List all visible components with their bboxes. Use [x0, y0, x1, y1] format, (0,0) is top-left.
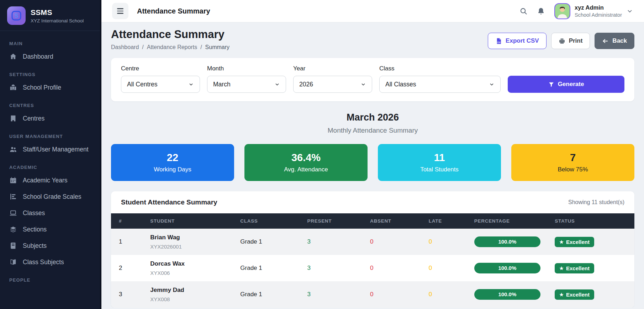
star-icon: ★ [559, 239, 564, 245]
cell-status: ★Excellent [555, 281, 634, 308]
cell-num: 1 [111, 229, 150, 255]
sidebar-item-academic-years[interactable]: Academic Years [0, 172, 100, 188]
breadcrumb-dashboard[interactable]: Dashboard [111, 44, 139, 50]
present-count: 3 [307, 291, 311, 298]
notifications-bell-icon[interactable] [537, 7, 545, 15]
chevron-down-icon [274, 81, 280, 87]
brand[interactable]: S SSMS XYZ International School [0, 0, 100, 31]
sidebar-section-label-centres: CENTRES [0, 96, 100, 110]
cell-absent: 0 [370, 281, 429, 308]
cell-percentage: 100.0% [474, 281, 555, 308]
sidebar-item-centres[interactable]: Centres [0, 110, 100, 127]
star-icon: ★ [559, 292, 564, 297]
row-number: 1 [119, 238, 122, 245]
stat-card-working-days: 22Working Days [111, 144, 234, 181]
year-label: Year [293, 65, 372, 72]
class-select-value: All Classes [385, 81, 416, 88]
column-header-class: CLASS [240, 213, 307, 229]
sidebar-item-class-subjects[interactable]: Class Subjects [0, 254, 100, 270]
stat-card-below-75: 7Below 75% [511, 144, 634, 181]
cell-late: 0 [429, 281, 474, 308]
class-select[interactable]: All Classes [379, 76, 501, 93]
export-csv-button[interactable]: CSV Export CSV [488, 33, 547, 49]
export-csv-label: Export CSV [506, 37, 539, 44]
user-name: xyz Admin [575, 4, 622, 11]
back-label: Back [612, 37, 627, 44]
sidebar-item-subjects[interactable]: Subjects [0, 238, 100, 254]
print-button[interactable]: Print [551, 33, 590, 49]
user-menu[interactable]: xyz Admin School Administrator [554, 3, 633, 19]
menu-toggle-button[interactable] [112, 3, 128, 19]
stat-label: Working Days [154, 166, 191, 173]
sidebar-item-school-profile[interactable]: School Profile [0, 79, 100, 96]
cell-class: Grade 1 [240, 255, 307, 281]
grade-scale-icon [9, 193, 17, 201]
stat-value: 22 [167, 152, 178, 164]
sidebar-item-dashboard[interactable]: Dashboard [0, 48, 100, 65]
cell-present: 3 [307, 255, 370, 281]
back-button[interactable]: Back [595, 33, 634, 49]
table-row: 2Dorcas WaxXYX006Grade 1300100.0%★Excell… [111, 255, 634, 281]
status-badge: ★Excellent [555, 289, 594, 300]
centre-label: Centre [121, 65, 200, 72]
page-title: Attendance Summary [111, 28, 229, 41]
users-icon [9, 145, 17, 153]
breadcrumb-attendance-reports[interactable]: Attendance Reports [147, 44, 197, 50]
cell-student: Dorcas WaxXYX006 [150, 255, 240, 281]
sidebar-item-staff-user-management[interactable]: Staff/User Management [0, 141, 100, 158]
search-icon[interactable] [519, 7, 528, 15]
print-label: Print [569, 37, 583, 44]
chevron-down-icon[interactable] [626, 7, 633, 15]
sidebar-item-label: Classes [23, 209, 45, 217]
centre-select-value: All Centres [127, 81, 158, 88]
sidebar-item-label: School Profile [23, 84, 61, 91]
chevron-down-icon [489, 81, 495, 87]
table-count: Showing 11 student(s) [568, 199, 624, 206]
chevron-down-icon [360, 81, 366, 87]
sidebar-item-label: Subjects [23, 242, 47, 250]
topbar-title: Attendance Summary [137, 7, 210, 15]
open-book-icon [9, 258, 17, 266]
student-name: Dorcas Wax [150, 260, 237, 267]
cell-class: Grade 1 [240, 229, 307, 255]
arrow-left-icon [602, 38, 609, 44]
sidebar-item-sections[interactable]: Sections [0, 221, 100, 238]
home-icon [9, 53, 17, 60]
summary-subheading: Monthly Attendance Summary [111, 127, 634, 134]
cell-absent: 0 [370, 229, 429, 255]
star-icon: ★ [559, 266, 564, 271]
row-number: 3 [119, 291, 122, 298]
cell-status: ★Excellent [555, 255, 634, 281]
column-header-student: STUDENT [150, 213, 240, 229]
breadcrumb: Dashboard / Attendance Reports / Summary [111, 44, 229, 50]
table-title: Student Attendance Summary [121, 198, 217, 206]
csv-file-icon: CSV [495, 38, 502, 44]
month-label: Month [207, 65, 286, 72]
column-header-absent: ABSENT [370, 213, 429, 229]
sidebar-item-label: Dashboard [23, 53, 53, 60]
generate-button[interactable]: Generate [508, 76, 624, 93]
sidebar-item-classes[interactable]: Classes [0, 205, 100, 221]
school-icon [9, 84, 17, 91]
filter-funnel-icon [548, 81, 554, 87]
ssms-logo-icon: S [7, 6, 26, 25]
percentage-pill: 100.0% [474, 263, 540, 273]
cell-student: Jemmy DadXYX008 [150, 281, 240, 308]
absent-count: 0 [370, 238, 373, 245]
month-select[interactable]: March [207, 76, 286, 93]
status-badge: ★Excellent [555, 263, 594, 273]
breadcrumb-separator: / [200, 44, 202, 50]
cell-present: 3 [307, 229, 370, 255]
year-select[interactable]: 2026 [293, 76, 372, 93]
column-header-late: LATE [429, 213, 474, 229]
sidebar-item-school-grade-scales[interactable]: School Grade Scales [0, 188, 100, 205]
stat-label: Avg. Attendance [284, 166, 328, 173]
brand-subtitle: XYZ International School [31, 18, 84, 23]
centre-select[interactable]: All Centres [121, 76, 200, 93]
cell-late: 0 [429, 255, 474, 281]
generate-label: Generate [558, 81, 584, 88]
percentage-pill: 100.0% [474, 289, 540, 300]
absent-count: 0 [370, 291, 373, 298]
summary-month-heading: March 2026 [111, 112, 634, 123]
attendance-table-card: Student Attendance Summary Showing 11 st… [111, 191, 634, 308]
